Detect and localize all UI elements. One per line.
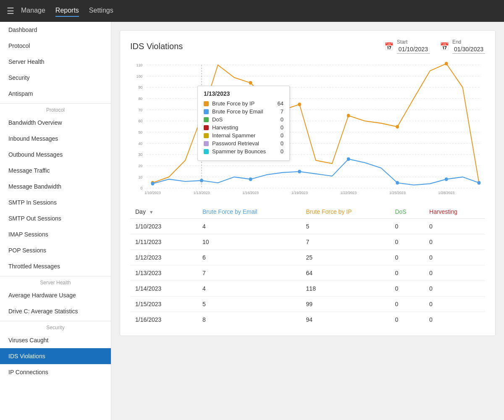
ids-chart: .grid-line { stroke: #ddd; stroke-dashar…: [130, 60, 485, 195]
table-row: 1/10/2023 4 5 0 0: [130, 219, 485, 234]
end-date-control: 📅 End 01/30/2023: [440, 39, 485, 54]
tooltip-row-value: 0: [275, 140, 284, 147]
start-label: Start: [397, 39, 430, 45]
table-body: 1/10/2023 4 5 0 0 1/11/2023 10 7 0 0 1/1…: [130, 219, 485, 328]
cell-harvesting: 0: [424, 250, 485, 265]
sidebar-item-throttled[interactable]: Throttled Messages: [0, 258, 111, 274]
svg-text:80: 80: [138, 97, 142, 101]
tooltip-row: Password Retrieval 0: [204, 140, 284, 147]
hamburger-menu-icon[interactable]: ☰: [7, 6, 14, 16]
cell-day: 1/10/2023: [130, 219, 197, 234]
sidebar-item-pop[interactable]: POP Sessions: [0, 242, 111, 258]
start-date-control: 📅 Start 01/10/2023: [384, 39, 430, 54]
top-navigation: ☰ Manage Reports Settings: [0, 0, 504, 22]
tooltip-row-value: 64: [275, 100, 284, 107]
sidebar-item-security-top[interactable]: Security: [0, 70, 111, 86]
tooltip-row-value: 7: [275, 108, 284, 115]
svg-text:1/22/2023: 1/22/2023: [340, 191, 357, 195]
svg-point-40: [151, 182, 155, 186]
col-header-dos: DoS: [390, 205, 424, 219]
tooltip-color-swatch: [204, 133, 209, 138]
sidebar-item-imap[interactable]: IMAP Sessions: [0, 226, 111, 242]
sidebar-item-avg-hardware[interactable]: Average Hardware Usage: [0, 287, 111, 303]
tooltip-color-swatch: [204, 141, 209, 146]
sidebar-item-outbound-messages[interactable]: Outbound Messages: [0, 147, 111, 163]
cell-dos: 0: [390, 281, 424, 297]
tooltip-row: DoS 0: [204, 116, 284, 123]
tooltip-date: 1/13/2023: [204, 90, 284, 97]
svg-text:100: 100: [136, 74, 143, 78]
nav-reports[interactable]: Reports: [55, 5, 79, 17]
end-calendar-icon[interactable]: 📅: [440, 42, 449, 51]
svg-point-34: [249, 81, 252, 85]
section-label-server-health: Server Health: [0, 276, 111, 287]
start-calendar-icon[interactable]: 📅: [384, 42, 394, 51]
card-header: IDS Violations 📅 Start 01/10/2023 📅 End: [130, 39, 485, 54]
tooltip-color-swatch: [204, 109, 209, 114]
tooltip-row-left: Brute Force by IP: [204, 100, 255, 107]
cell-dos: 0: [390, 297, 424, 312]
cell-dos: 0: [390, 234, 424, 250]
cell-harvesting: 0: [424, 312, 485, 328]
tooltip-color-swatch: [204, 101, 209, 106]
sidebar-item-inbound-messages[interactable]: Inbound Messages: [0, 131, 111, 147]
svg-text:0: 0: [140, 186, 142, 190]
sidebar-item-smtp-in[interactable]: SMTP In Sessions: [0, 194, 111, 210]
sort-icon-day[interactable]: ▼: [149, 210, 154, 215]
cell-ip: 118: [301, 281, 390, 297]
col-header-day: Day ▼: [130, 205, 197, 219]
sidebar-item-message-bandwidth[interactable]: Message Bandwidth: [0, 178, 111, 194]
svg-point-37: [396, 125, 399, 129]
table-row: 1/13/2023 7 64 0 0: [130, 265, 485, 281]
end-date-value[interactable]: 01/30/2023: [452, 45, 485, 54]
cell-dos: 0: [390, 265, 424, 281]
start-date-group: Start 01/10/2023: [397, 39, 430, 54]
sidebar-item-antispam[interactable]: Antispam: [0, 86, 111, 102]
svg-text:20: 20: [138, 164, 142, 168]
sidebar-item-ids[interactable]: IDS Violations: [0, 348, 111, 364]
nav-links: Manage Reports Settings: [21, 5, 113, 17]
nav-settings[interactable]: Settings: [89, 5, 113, 17]
svg-text:50: 50: [138, 130, 142, 134]
cell-dos: 0: [390, 250, 424, 265]
table-header-row: Day ▼ Brute Force by Email Brute Force b…: [130, 205, 485, 219]
cell-email: 8: [197, 312, 301, 328]
table-row: 1/14/2023 4 118 0 0: [130, 281, 485, 297]
sidebar-item-server-health-top[interactable]: Server Health: [0, 54, 111, 70]
sidebar-item-bandwidth-overview[interactable]: Bandwidth Overview: [0, 115, 111, 131]
sidebar-item-message-traffic[interactable]: Message Traffic: [0, 163, 111, 178]
svg-text:10: 10: [138, 175, 142, 179]
sidebar-item-dashboard[interactable]: Dashboard: [0, 22, 111, 38]
cell-email: 6: [197, 250, 301, 265]
col-header-harvesting: Harvesting: [424, 205, 485, 219]
svg-text:110: 110: [136, 63, 143, 67]
table-row: 1/16/2023 8 94 0 0: [130, 312, 485, 328]
table-row: 1/12/2023 6 25 0 0: [130, 250, 485, 265]
cell-ip: 25: [301, 250, 390, 265]
svg-point-47: [478, 181, 481, 185]
sidebar-item-protocol-top[interactable]: Protocol: [0, 38, 111, 54]
sidebar-item-drive-c[interactable]: Drive C: Average Statistics: [0, 303, 111, 319]
tooltip-row-value: 0: [275, 148, 284, 155]
cell-ip: 7: [301, 234, 390, 250]
cell-email: 5: [197, 297, 301, 312]
svg-point-43: [298, 170, 301, 173]
start-date-value[interactable]: 01/10/2023: [397, 45, 430, 54]
col-header-ip: Brute Force by IP: [301, 205, 390, 219]
ids-violations-card: IDS Violations 📅 Start 01/10/2023 📅 End: [120, 30, 496, 336]
tooltip-row-label: Brute Force by IP: [212, 100, 255, 107]
cell-harvesting: 0: [424, 234, 485, 250]
sidebar-item-smtp-out[interactable]: SMTP Out Sessions: [0, 210, 111, 226]
tooltip-row-left: Password Retrieval: [204, 140, 259, 147]
svg-text:40: 40: [138, 141, 142, 145]
tooltip-row-left: Spammer by Bounces: [204, 148, 266, 155]
end-label: End: [452, 39, 485, 45]
tooltip-row: Harvesting 0: [204, 124, 284, 131]
sidebar-item-ip-connections[interactable]: IP Connections: [0, 364, 111, 380]
main-layout: Dashboard Protocol Server Health Securit…: [0, 22, 504, 420]
nav-manage[interactable]: Manage: [21, 5, 45, 17]
svg-point-44: [347, 157, 350, 161]
page-title: IDS Violations: [130, 42, 183, 51]
sidebar-item-viruses[interactable]: Viruses Caught: [0, 332, 111, 348]
tooltip-row-label: Password Retrieval: [212, 140, 259, 147]
